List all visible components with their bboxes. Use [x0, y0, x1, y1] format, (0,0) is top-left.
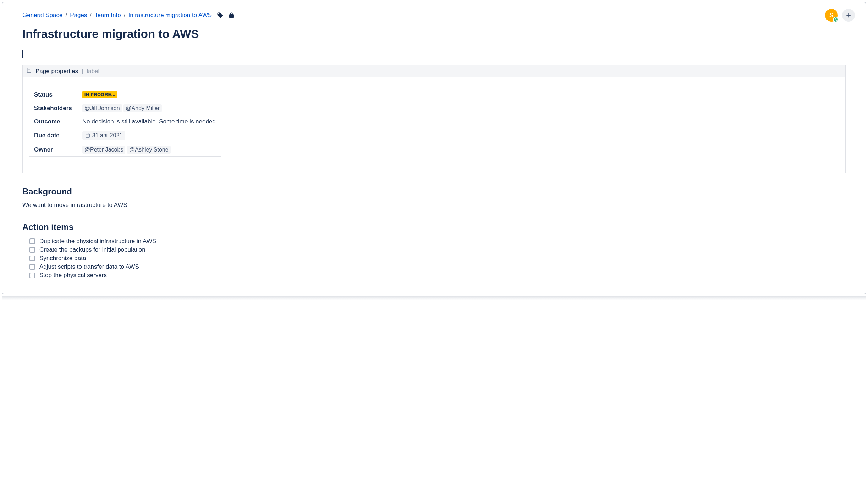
breadcrumb-wrap: General Space / Pages / Team Info / Infr… — [22, 12, 235, 19]
add-button[interactable]: ＋ — [842, 9, 855, 22]
action-item[interactable]: Adjust scripts to transfer data to AWS — [29, 263, 846, 271]
breadcrumb-separator: / — [90, 12, 92, 19]
action-item-checkbox[interactable] — [29, 256, 35, 261]
page-frame: General Space / Pages / Team Info / Infr… — [2, 2, 866, 294]
property-row-status: Status IN PROGRE... — [29, 88, 221, 101]
action-item-label[interactable]: Adjust scripts to transfer data to AWS — [39, 263, 139, 270]
action-item-label[interactable]: Create the backups for initial populatio… — [39, 246, 145, 253]
macro-label-placeholder[interactable]: label — [87, 68, 99, 75]
action-item[interactable]: Create the backups for initial populatio… — [29, 246, 846, 254]
status-badge[interactable]: IN PROGRE... — [82, 91, 117, 98]
editor-caret — [22, 50, 23, 58]
action-item-checkbox[interactable] — [29, 238, 35, 244]
property-value-outcome[interactable]: No decision is still available. Some tim… — [77, 115, 221, 128]
property-row-due-date: Due date 31 авг 2021 — [29, 128, 221, 143]
action-item-checkbox[interactable] — [29, 247, 35, 253]
avatar[interactable]: S A — [825, 9, 838, 22]
property-value-owner[interactable]: @Peter Jacobs @Ashley Stone — [77, 143, 221, 157]
macro-header: Page properties | label — [23, 65, 845, 77]
macro-icon — [26, 67, 32, 75]
property-key: Due date — [29, 128, 77, 143]
property-row-outcome: Outcome No decision is still available. … — [29, 115, 221, 128]
property-key: Status — [29, 88, 77, 101]
calendar-icon — [85, 133, 90, 138]
avatar-presence-badge: A — [833, 17, 839, 22]
action-item-label[interactable]: Synchronize data — [39, 255, 86, 262]
property-key: Outcome — [29, 115, 77, 128]
property-value-due-date[interactable]: 31 авг 2021 — [77, 128, 221, 143]
properties-table[interactable]: Status IN PROGRE... Stakeholders @Jill J… — [29, 88, 221, 157]
breadcrumb-current: Infrastructure migration to AWS — [128, 12, 212, 19]
user-mention[interactable]: @Jill Johnson — [82, 104, 122, 112]
macro-body[interactable]: Status IN PROGRE... Stakeholders @Jill J… — [24, 79, 844, 171]
action-item[interactable]: Synchronize data — [29, 254, 846, 263]
breadcrumb-link-pages[interactable]: Pages — [70, 12, 87, 19]
action-item[interactable]: Duplicate the physical infrastructure in… — [29, 237, 846, 246]
action-item-checkbox[interactable] — [29, 264, 35, 270]
section-heading-background[interactable]: Background — [22, 187, 846, 197]
page-properties-macro[interactable]: Page properties | label Status IN PROGRE… — [22, 65, 846, 173]
property-value-status[interactable]: IN PROGRE... — [77, 88, 221, 101]
tag-icon[interactable] — [217, 12, 223, 18]
property-row-stakeholders: Stakeholders @Jill Johnson @Andy Miller — [29, 101, 221, 115]
user-mention[interactable]: @Ashley Stone — [127, 146, 171, 154]
date-lozenge[interactable]: 31 авг 2021 — [82, 131, 126, 140]
topbar: General Space / Pages / Team Info / Infr… — [2, 2, 866, 22]
bottom-shadow — [2, 296, 866, 300]
property-value-stakeholders[interactable]: @Jill Johnson @Andy Miller — [77, 101, 221, 115]
breadcrumb-link-space[interactable]: General Space — [22, 12, 62, 19]
svg-rect-1 — [86, 134, 90, 137]
property-key: Owner — [29, 143, 77, 157]
background-text[interactable]: We want to move infrastructure to AWS — [22, 202, 846, 209]
section-heading-action-items[interactable]: Action items — [22, 222, 846, 232]
macro-separator: | — [82, 68, 83, 75]
plus-icon: ＋ — [845, 10, 852, 21]
date-text: 31 авг 2021 — [92, 132, 123, 139]
macro-name: Page properties — [35, 68, 78, 75]
breadcrumb-link-team[interactable]: Team Info — [94, 12, 121, 19]
user-mention[interactable]: @Andy Miller — [123, 104, 161, 112]
topbar-right: S A ＋ — [825, 9, 855, 22]
action-item-label[interactable]: Stop the physical servers — [39, 272, 107, 279]
content: Infrastructure migration to AWS Page pro… — [2, 27, 866, 294]
property-key: Stakeholders — [29, 101, 77, 115]
action-item-label[interactable]: Duplicate the physical infrastructure in… — [39, 238, 156, 245]
property-row-owner: Owner @Peter Jacobs @Ashley Stone — [29, 143, 221, 157]
breadcrumb: General Space / Pages / Team Info / Infr… — [22, 12, 212, 19]
breadcrumb-separator: / — [65, 12, 67, 19]
action-item[interactable]: Stop the physical servers — [29, 271, 846, 280]
action-item-checkbox[interactable] — [29, 273, 35, 278]
breadcrumb-separator: / — [124, 12, 126, 19]
unlock-icon[interactable] — [228, 12, 235, 18]
action-items-list: Duplicate the physical infrastructure in… — [22, 237, 846, 280]
user-mention[interactable]: @Peter Jacobs — [82, 146, 126, 154]
page-title[interactable]: Infrastructure migration to AWS — [22, 27, 846, 41]
